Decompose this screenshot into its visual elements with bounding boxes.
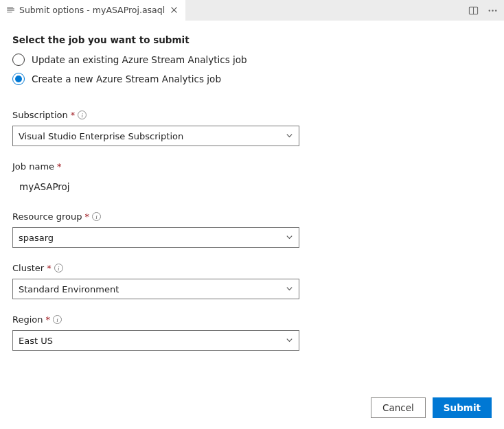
required-asterisk: * xyxy=(85,211,90,222)
editor-tab[interactable]: Submit options - myASAProj.asaql xyxy=(0,0,185,21)
cancel-button[interactable]: Cancel xyxy=(371,397,426,418)
info-icon[interactable]: i xyxy=(78,111,87,119)
field-job-name: Job name * myASAProj xyxy=(12,161,492,196)
more-icon[interactable] xyxy=(486,4,499,16)
radio-update-job[interactable]: Update an existing Azure Stream Analytic… xyxy=(12,54,492,66)
info-icon[interactable]: i xyxy=(92,212,101,221)
radio-icon-selected xyxy=(12,73,25,85)
select-value: Visual Studio Enterprise Subscription xyxy=(19,131,183,141)
required-asterisk: * xyxy=(47,263,51,273)
label-text: Region xyxy=(12,314,43,325)
field-label: Subscription * i xyxy=(12,110,492,120)
field-label: Cluster * i xyxy=(12,263,492,273)
tab-title: Submit options - myASAProj.asaql xyxy=(19,5,165,15)
submit-button[interactable]: Submit xyxy=(433,397,492,418)
region-select[interactable]: East US xyxy=(12,330,299,351)
footer-actions: Cancel Submit xyxy=(371,397,492,418)
cluster-select[interactable]: Standard Environment xyxy=(12,279,299,299)
job-name-value: myASAProj xyxy=(12,177,492,196)
close-icon[interactable] xyxy=(169,5,179,15)
field-region: Region * i East US xyxy=(12,314,492,351)
svg-point-3 xyxy=(492,10,493,11)
radio-label: Create a new Azure Stream Analytics job xyxy=(32,73,221,84)
field-subscription: Subscription * i Visual Studio Enterpris… xyxy=(12,110,492,146)
required-asterisk: * xyxy=(71,110,76,120)
titlebar: Submit options - myASAProj.asaql xyxy=(0,0,504,21)
resource-group-select[interactable]: spasarg xyxy=(12,227,299,248)
field-label: Region * i xyxy=(12,314,492,325)
section-heading: Select the job you want to submit xyxy=(12,34,492,45)
label-text: Job name xyxy=(12,161,54,172)
tab-strip-empty xyxy=(185,0,504,21)
radio-icon xyxy=(12,54,25,66)
svg-point-2 xyxy=(488,10,490,11)
field-cluster: Cluster * i Standard Environment xyxy=(12,263,492,299)
chevron-down-icon xyxy=(286,284,293,294)
titlebar-actions xyxy=(467,0,499,21)
field-resource-group: Resource group * i spasarg xyxy=(12,211,492,248)
info-icon[interactable]: i xyxy=(54,264,63,273)
radio-label: Update an existing Azure Stream Analytic… xyxy=(32,54,247,65)
chevron-down-icon xyxy=(286,233,293,243)
select-value: Standard Environment xyxy=(19,284,119,294)
form-content: Select the job you want to submit Update… xyxy=(0,21,504,351)
chevron-down-icon xyxy=(286,131,293,141)
select-value: East US xyxy=(19,336,53,346)
svg-point-4 xyxy=(494,10,496,11)
info-icon[interactable]: i xyxy=(53,315,62,324)
select-value: spasarg xyxy=(19,233,54,243)
label-text: Resource group xyxy=(12,211,82,222)
required-asterisk: * xyxy=(57,161,62,172)
required-asterisk: * xyxy=(46,314,51,325)
radio-create-job[interactable]: Create a new Azure Stream Analytics job xyxy=(12,73,492,85)
label-text: Cluster xyxy=(12,263,44,273)
subscription-select[interactable]: Visual Studio Enterprise Subscription xyxy=(12,126,299,146)
file-icon xyxy=(5,5,15,15)
chevron-down-icon xyxy=(286,336,293,346)
field-label: Job name * xyxy=(12,161,492,172)
field-label: Resource group * i xyxy=(12,211,492,222)
split-editor-icon[interactable] xyxy=(467,4,479,16)
label-text: Subscription xyxy=(12,110,68,120)
